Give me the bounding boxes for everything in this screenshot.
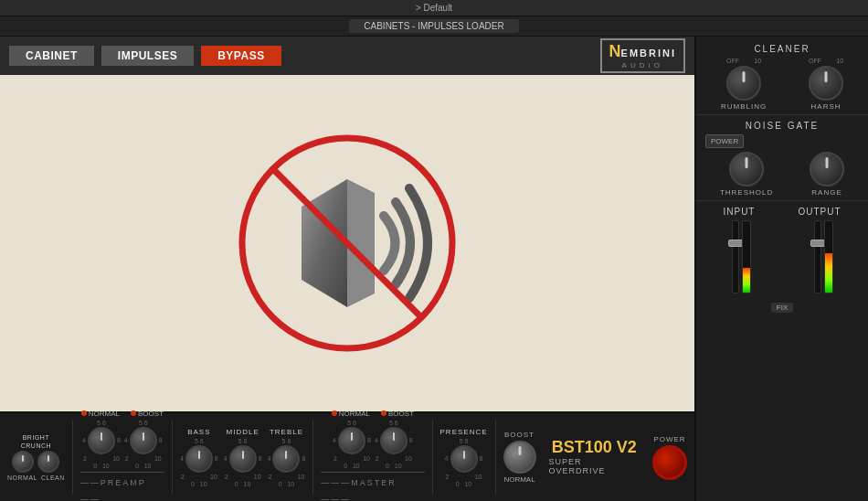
harsh-group: OFF 10 HARSH [809, 58, 843, 111]
input-fader-track [732, 220, 739, 293]
sep2 [172, 421, 173, 494]
bst-title: BST100 V2 [552, 439, 637, 455]
bass-label: BASS [187, 428, 210, 436]
power-knob[interactable] [652, 445, 687, 480]
cleaner-section: CLEANER OFF 10 RUMBLING OFF 10 H [696, 37, 868, 115]
noisegate-knobs: THRESHOLD RANGE [702, 152, 863, 197]
rumbling-range: OFF 10 [726, 58, 761, 64]
rumbling-label: RUMBLING [721, 102, 767, 111]
preamp-label: ——PREAMP—— [80, 478, 146, 502]
title-bar: > Default [0, 0, 868, 16]
boost-led-group: BOOST [131, 410, 164, 418]
threshold-knob[interactable] [729, 152, 764, 187]
logo-embrini: EMBRINI [621, 48, 676, 59]
range-label: RANGE [811, 188, 842, 197]
power-label: POWER [653, 435, 685, 443]
input-label: INPUT [723, 207, 755, 217]
input-meter-track [742, 220, 751, 293]
sub-title-bar: CABINETS - IMPULSES LOADER [0, 16, 868, 37]
presence-knob[interactable] [450, 445, 478, 473]
top-bar: CABINET IMPULSES BYPASS N EMBRINI AUDIO [0, 37, 694, 75]
normal-led [81, 410, 87, 416]
master-label: ———MASTER——— [321, 478, 397, 502]
input-meter-fill [743, 268, 750, 293]
master-knob2[interactable] [380, 427, 408, 454]
output-fader-handle[interactable] [810, 240, 825, 247]
master-knob1[interactable] [338, 427, 365, 454]
noisegate-section: NOISE GATE POWER THRESHOLD RANGE [696, 115, 868, 201]
output-fader-container [814, 220, 821, 293]
logo-n: N [609, 42, 621, 61]
right-panel: CLEANER OFF 10 RUMBLING OFF 10 H [694, 37, 868, 501]
output-meter-group [814, 220, 833, 293]
title-text: > Default [416, 3, 452, 13]
normal-led-group: NORMAL [81, 410, 120, 418]
io-section: INPUT OUTPUT [696, 201, 868, 501]
input-meter-group [732, 220, 751, 293]
harsh-label: HARSH [811, 102, 842, 111]
rumbling-knob[interactable] [726, 66, 761, 101]
treble-label: TREBLE [270, 428, 303, 436]
speaker-icon [228, 124, 466, 362]
boost-led-label2: BOOST [388, 410, 414, 418]
preamp-knob2[interactable] [130, 427, 157, 454]
master-section: NORMAL BOOST 5 6 4 8 [321, 410, 424, 502]
noisegate-power-btn[interactable]: POWER [705, 134, 744, 148]
boost-knob[interactable] [503, 441, 536, 474]
main-container: CABINET IMPULSES BYPASS N EMBRINI AUDIO [0, 37, 868, 501]
sep3 [312, 421, 313, 494]
boost-btn-label: BOOST [504, 431, 535, 439]
bass-group: BASS 5 6 4 8 2 10 0 10 [180, 428, 218, 487]
noisegate-title: NOISE GATE [702, 121, 863, 131]
output-fader-track [814, 220, 821, 293]
bright-crunch-group: BRIGHT CRUNCH NORMAL CLEAN [7, 434, 65, 481]
input-fader-container [732, 220, 739, 293]
io-meters [702, 220, 863, 293]
normal-led-label2: NORMAL [339, 410, 370, 418]
power-group: POWER [652, 435, 687, 480]
normal-led-label: NORMAL [89, 410, 120, 418]
harsh-knob[interactable] [809, 66, 843, 101]
output-label: OUTPUT [798, 207, 841, 217]
io-labels: INPUT OUTPUT [702, 207, 863, 217]
output-meter-fill [825, 253, 832, 293]
boost-led-label: BOOST [138, 410, 164, 418]
boost-led2 [381, 410, 386, 416]
nembrini-logo: N EMBRINI AUDIO [600, 38, 685, 73]
input-fader-handle[interactable] [728, 240, 743, 247]
output-meter-track [824, 220, 833, 293]
bright-knob[interactable] [12, 451, 34, 473]
bright-label: BRIGHT [23, 434, 49, 441]
normal-label2: NORMAL [503, 475, 535, 484]
rumbling-group: OFF 10 RUMBLING [721, 58, 767, 111]
fix-label[interactable]: FIX [771, 303, 793, 313]
middle-knob[interactable] [229, 445, 257, 473]
crunch-knob[interactable] [37, 451, 59, 473]
range-group: RANGE [810, 152, 844, 197]
threshold-group: THRESHOLD [720, 152, 773, 197]
cleaner-title: CLEANER [702, 44, 863, 54]
boost-led-group2: BOOST [381, 410, 414, 418]
sep1 [72, 421, 73, 494]
preamp-section: NORMAL BOOST 5 6 4 8 [80, 410, 164, 502]
no-speaker-svg [228, 124, 466, 362]
threshold-label: THRESHOLD [720, 188, 773, 197]
bst-subtitle: SUPER OVERDRIVE [549, 457, 640, 475]
presence-group: PRESENCE 5 6 4 8 2 10 0 10 [440, 428, 488, 487]
svg-marker-0 [302, 179, 347, 307]
logo-box: N EMBRINI AUDIO [600, 38, 685, 73]
bypass-tab[interactable]: BYPASS [201, 46, 281, 66]
cabinet-tab[interactable]: CABINET [9, 46, 94, 66]
harsh-range: OFF 10 [809, 58, 843, 64]
speaker-area [0, 75, 694, 411]
sep4 [432, 421, 433, 494]
bass-knob[interactable] [185, 445, 213, 473]
cleaner-knobs-row: OFF 10 RUMBLING OFF 10 HARSH [702, 58, 863, 111]
range-knob[interactable] [810, 152, 844, 187]
crunch-label: CRUNCH [21, 442, 51, 449]
treble-knob[interactable] [272, 445, 300, 473]
preamp-knob1[interactable] [88, 427, 115, 454]
impulses-tab[interactable]: IMPULSES [101, 46, 194, 66]
normal-led-group2: NORMAL [332, 410, 370, 418]
bst-title-group: BST100 V2 SUPER OVERDRIVE [549, 439, 640, 475]
